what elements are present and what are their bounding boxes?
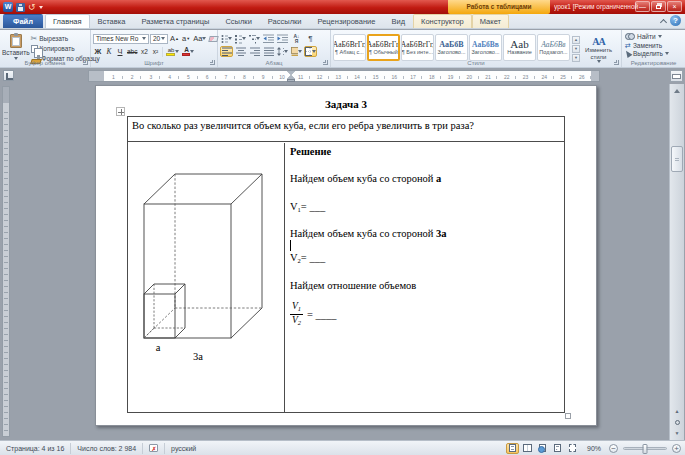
font-name-select[interactable]: Times New Ro	[93, 34, 149, 44]
style-tile-heading1[interactable]: АаБбВ Заголово...	[435, 34, 468, 61]
select-button[interactable]: Выделить	[624, 49, 670, 58]
table-move-handle[interactable]	[116, 107, 125, 116]
tab-view[interactable]: Вид	[383, 14, 413, 28]
shading-button[interactable]	[290, 46, 303, 57]
change-styles-button[interactable]: АА Изменить стили	[580, 34, 617, 63]
paragraph-dialog-launcher-icon[interactable]	[323, 60, 328, 65]
align-right-icon	[250, 47, 260, 56]
multilevel-list-button[interactable]	[248, 33, 261, 44]
tab-stop-selector[interactable]	[3, 70, 14, 81]
select-browse-object-button[interactable]	[672, 418, 683, 427]
restore-button[interactable]	[651, 1, 666, 12]
underline-button[interactable]: Ч	[115, 46, 125, 57]
align-right-button[interactable]	[248, 46, 261, 57]
word-logo-icon[interactable]: W	[3, 2, 13, 12]
zoom-slider-thumb[interactable]	[643, 444, 648, 454]
sort-button[interactable]: А↓Я	[290, 33, 303, 44]
zoom-out-button[interactable]: −	[609, 444, 618, 453]
view-print-layout-button[interactable]	[506, 443, 519, 454]
zoom-level[interactable]: 90%	[581, 443, 607, 454]
tab-table-design[interactable]: Конструктор	[413, 14, 472, 28]
undo-icon[interactable]: ↺	[28, 3, 36, 12]
next-page-button[interactable]: ▼	[672, 429, 683, 438]
strikethrough-button[interactable]: abc	[126, 46, 138, 57]
document-page[interactable]: Задача 3 Во сколько раз увеличится объем…	[95, 85, 597, 426]
zoom-slider[interactable]	[623, 447, 667, 450]
view-draft-button[interactable]	[566, 443, 579, 454]
borders-button[interactable]	[304, 46, 317, 57]
indent-marker[interactable]	[287, 71, 295, 83]
shrink-font-button[interactable]: а▼	[181, 33, 191, 44]
superscript-button[interactable]: x²	[150, 46, 160, 57]
numbering-button[interactable]	[234, 33, 247, 44]
collapse-ribbon-icon[interactable]	[660, 18, 667, 25]
scroll-up-icon[interactable]	[674, 89, 680, 93]
highlight-color-button[interactable]: ab	[165, 46, 180, 57]
vertical-scrollbar[interactable]: ▲ ▼	[669, 84, 684, 440]
italic-button[interactable]: К	[104, 46, 114, 57]
increase-indent-button[interactable]	[276, 33, 289, 44]
view-ruler-toggle-button[interactable]	[670, 70, 683, 82]
hanging-indent-icon[interactable]	[287, 75, 295, 79]
bullets-button[interactable]	[220, 33, 233, 44]
minimize-button[interactable]: —	[635, 1, 650, 12]
zoom-in-button[interactable]: +	[672, 444, 681, 453]
close-button[interactable]: ×	[667, 1, 682, 12]
help-icon[interactable]: ?	[670, 15, 681, 26]
proofing-status[interactable]	[143, 443, 165, 454]
paste-button[interactable]: Вставить	[2, 32, 30, 60]
style-tile-subtitle[interactable]: АаБбВв Подзагол...	[537, 34, 570, 61]
qat-customize-chevron-icon[interactable]	[39, 6, 43, 9]
tab-references[interactable]: Ссылки	[217, 14, 259, 28]
align-center-button[interactable]	[234, 46, 247, 57]
table-question-cell[interactable]: Во сколько раз увеличится объем куба, ес…	[128, 117, 564, 142]
style-tile-title[interactable]: Aab Название	[503, 34, 536, 61]
save-icon[interactable]	[16, 3, 25, 12]
scrollbar-thumb[interactable]	[671, 146, 683, 172]
previous-page-button[interactable]: ▲	[672, 407, 683, 416]
view-fullscreen-reading-button[interactable]	[521, 443, 534, 454]
font-dialog-launcher-icon[interactable]	[210, 60, 215, 65]
tab-home[interactable]: Главная	[45, 14, 90, 28]
language-indicator[interactable]: русский	[165, 443, 202, 454]
tab-review[interactable]: Рецензирование	[310, 14, 384, 28]
tab-insert[interactable]: Вставка	[90, 14, 134, 28]
align-left-button[interactable]	[220, 46, 233, 57]
tab-file[interactable]: Файл	[3, 14, 43, 28]
style-tile-list-paragraph[interactable]: АаБбВгГг, ¶ Абзац с...	[333, 34, 366, 61]
left-indent-icon[interactable]	[287, 79, 295, 82]
view-web-layout-button[interactable]	[536, 443, 549, 454]
show-formatting-marks-button[interactable]: ¶	[304, 33, 317, 44]
tab-table-layout[interactable]: Макет	[472, 14, 509, 28]
decrease-indent-button[interactable]	[262, 33, 275, 44]
font-color-button[interactable]: А	[181, 46, 195, 57]
styles-dialog-launcher-icon[interactable]	[614, 60, 619, 65]
tab-mailings[interactable]: Рассылки	[260, 14, 310, 28]
gallery-expand-icon[interactable]: ▼	[572, 54, 580, 62]
style-tile-no-spacing[interactable]: АаБбВгГг, ¶ Без инте...	[401, 34, 434, 61]
restore-icon	[656, 5, 661, 9]
page-indicator[interactable]: Страница: 4 из 16	[0, 443, 71, 454]
style-tile-normal[interactable]: АаБбВгГг, ¶ Обычный	[367, 34, 400, 61]
line-spacing-button[interactable]	[276, 46, 289, 57]
justify-button[interactable]	[262, 46, 275, 57]
table-resize-handle[interactable]	[565, 413, 571, 419]
table-figure-cell[interactable]: а 3а	[128, 143, 285, 412]
find-button[interactable]: Найти	[624, 32, 663, 41]
style-tile-heading2[interactable]: АаБбВв Заголово...	[469, 34, 502, 61]
gallery-scroll-down-icon[interactable]: ▼	[572, 45, 580, 53]
sort-label-bottom: Я	[295, 38, 299, 44]
grow-font-button[interactable]: А▲	[169, 33, 180, 44]
subscript-button[interactable]: x2	[139, 46, 149, 57]
clipboard-dialog-launcher-icon[interactable]	[83, 60, 88, 65]
change-case-button[interactable]: Аа	[192, 33, 207, 44]
tab-page-layout[interactable]: Разметка страницы	[133, 14, 217, 28]
word-count[interactable]: Число слов: 2 984	[71, 443, 143, 454]
font-size-select[interactable]: 20	[150, 34, 168, 44]
replace-button[interactable]: ⇄ Заменить	[624, 41, 663, 50]
view-outline-button[interactable]	[551, 443, 564, 454]
gallery-scroll-up-icon[interactable]: ▲	[572, 36, 580, 44]
ruler-number: 22	[497, 71, 516, 81]
bold-button[interactable]: Ж	[93, 46, 103, 57]
table-solution-cell[interactable]: Решение Найдем объем куба со стороной а …	[285, 143, 564, 412]
